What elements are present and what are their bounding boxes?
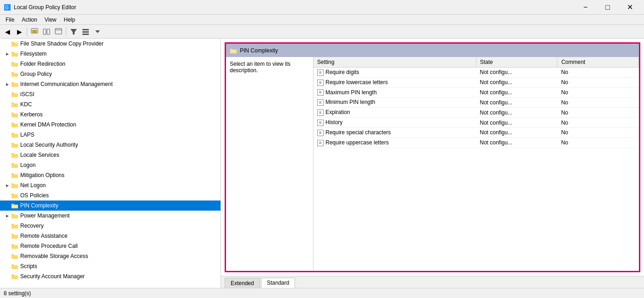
- tree-label: Filesystem: [20, 51, 46, 57]
- right-panel: PIN Complexity Select an item to view it…: [221, 39, 644, 288]
- folder-icon: [11, 70, 18, 78]
- setting-icon: ≡: [317, 89, 324, 96]
- folder-icon: [11, 101, 18, 108]
- expander-placeholder: [4, 273, 11, 280]
- tree-label: Net Logon: [20, 182, 46, 189]
- tree-item-removable-storage[interactable]: Removable Storage Access: [0, 251, 220, 261]
- tree-item-os-policies[interactable]: OS Policies: [0, 190, 220, 201]
- tree-label: Recovery: [20, 223, 44, 229]
- col-comment[interactable]: Comment: [557, 57, 639, 68]
- tree-item-icm[interactable]: ▶ Internet Communication Management: [0, 79, 220, 89]
- menu-view[interactable]: View: [41, 16, 60, 24]
- table-row[interactable]: ≡Minimum PIN lengthNot configu...No: [313, 97, 639, 108]
- folder-icon: [11, 172, 18, 179]
- expander-placeholder: [4, 121, 11, 128]
- tree-item-filesystem[interactable]: ▶ Filesystem: [0, 49, 220, 59]
- expander-placeholder: [4, 101, 11, 108]
- tree-item-folder-redirect[interactable]: Folder Redirection: [0, 59, 220, 69]
- setting-state: Not configu...: [476, 77, 557, 87]
- menu-file[interactable]: File: [2, 16, 18, 24]
- show-hide-button[interactable]: [41, 26, 52, 37]
- tree-item-group-policy[interactable]: Group Policy: [0, 69, 220, 79]
- tree-item-logon[interactable]: Logon: [0, 160, 220, 170]
- expander-filesystem[interactable]: ▶: [4, 50, 11, 57]
- setting-name: ≡Expiration: [313, 108, 476, 118]
- tree-label: Local Security Authority: [20, 142, 78, 148]
- tree-item-pin-complexity[interactable]: PIN Complexity: [0, 201, 220, 211]
- table-row[interactable]: ≡Require digitsNot configu...No: [313, 68, 639, 78]
- setting-icon: ≡: [317, 130, 324, 136]
- pin-complexity-header: PIN Complexity: [225, 42, 640, 57]
- new-window-button[interactable]: [53, 26, 64, 37]
- table-row[interactable]: ≡Require lowercase lettersNot configu...…: [313, 77, 639, 87]
- forward-button[interactable]: ▶: [14, 26, 25, 37]
- folder-icon: [11, 111, 18, 118]
- title-bar: G Local Group Policy Editor − □ ✕: [0, 0, 644, 15]
- tree-item-power-mgmt[interactable]: ▶ Power Management: [0, 211, 220, 221]
- folder-icon: [11, 40, 18, 47]
- tree-item-laps[interactable]: LAPS: [0, 130, 220, 140]
- tree-item-kernel-dma[interactable]: Kernel DMA Protection: [0, 120, 220, 130]
- tree-item-kdc[interactable]: KDC: [0, 99, 220, 109]
- filter-button[interactable]: [68, 26, 79, 37]
- expander-power[interactable]: ▶: [4, 212, 11, 219]
- settings-table-container[interactable]: Setting State Comment ≡Require digitsNot…: [313, 57, 639, 271]
- main-content: File Share Shadow Copy Provider ▶ Filesy…: [0, 39, 644, 288]
- tree-item-file-share[interactable]: File Share Shadow Copy Provider: [0, 39, 220, 49]
- svg-rect-3: [32, 30, 37, 33]
- menu-action[interactable]: Action: [18, 16, 41, 24]
- folder-icon: [11, 121, 18, 128]
- minimize-button[interactable]: −: [575, 0, 596, 15]
- col-state[interactable]: State: [476, 57, 557, 68]
- menu-help[interactable]: Help: [60, 16, 79, 24]
- setting-state: Not configu...: [476, 108, 557, 118]
- tree-item-locale[interactable]: Locale Services: [0, 150, 220, 160]
- close-button[interactable]: ✕: [619, 0, 640, 15]
- tree-item-mitigation[interactable]: Mitigation Options: [0, 170, 220, 180]
- tree-item-scripts[interactable]: Scripts: [0, 261, 220, 271]
- tree-label: LAPS: [20, 132, 35, 138]
- expander-icm[interactable]: ▶: [4, 80, 11, 88]
- table-row[interactable]: ≡Require special charactersNot configu..…: [313, 127, 639, 138]
- folder-icon: [11, 263, 18, 270]
- table-row[interactable]: ≡HistoryNot configu...No: [313, 118, 639, 128]
- content-area: Select an item to view its description. …: [225, 57, 640, 272]
- up-button[interactable]: [29, 26, 40, 37]
- status-text: 8 setting(s): [4, 290, 31, 297]
- col-setting[interactable]: Setting: [313, 57, 476, 68]
- expander-net-logon[interactable]: ▶: [4, 182, 11, 189]
- table-row[interactable]: ≡Maximum PIN lengthNot configu...No: [313, 87, 639, 97]
- tree-label: OS Policies: [20, 192, 49, 199]
- tree-item-net-logon[interactable]: ▶ Net Logon: [0, 180, 220, 190]
- back-button[interactable]: ◀: [2, 26, 13, 37]
- tree-panel[interactable]: File Share Shadow Copy Provider ▶ Filesy…: [0, 39, 221, 288]
- table-row[interactable]: ≡ExpirationNot configu...No: [313, 108, 639, 118]
- extra-options-button[interactable]: [92, 26, 103, 37]
- tree-item-iscsi[interactable]: iSCSI: [0, 89, 220, 99]
- svg-rect-10: [82, 31, 89, 33]
- maximize-button[interactable]: □: [597, 0, 618, 15]
- tree-item-kerberos[interactable]: Kerberos: [0, 109, 220, 120]
- tab-extended[interactable]: Extended: [225, 278, 260, 288]
- svg-rect-4: [43, 29, 46, 34]
- tree-item-rpc[interactable]: Remote Procedure Call: [0, 241, 220, 251]
- setting-comment: No: [557, 127, 639, 138]
- description-text: Select an item to view its description.: [230, 61, 290, 74]
- folder-icon: [11, 192, 18, 199]
- tab-standard[interactable]: Standard: [261, 278, 296, 288]
- tree-item-remote-assist[interactable]: Remote Assistance: [0, 231, 220, 241]
- expander-placeholder: [4, 141, 11, 149]
- tree-label: iSCSI: [20, 91, 35, 97]
- folder-icon: [11, 141, 18, 149]
- expander-placeholder: [4, 263, 11, 270]
- folder-icon: [11, 91, 18, 98]
- tree-item-security-acct[interactable]: Security Account Manager: [0, 271, 220, 281]
- setting-comment: No: [557, 97, 639, 108]
- tree-item-local-security[interactable]: Local Security Authority: [0, 140, 220, 150]
- expander-placeholder: [4, 222, 11, 229]
- setting-state: Not configu...: [476, 97, 557, 108]
- tree-item-recovery[interactable]: Recovery: [0, 221, 220, 231]
- expander-placeholder: [4, 252, 11, 260]
- table-row[interactable]: ≡Require uppercase lettersNot configu...…: [313, 138, 639, 148]
- view-options-button[interactable]: [80, 26, 91, 37]
